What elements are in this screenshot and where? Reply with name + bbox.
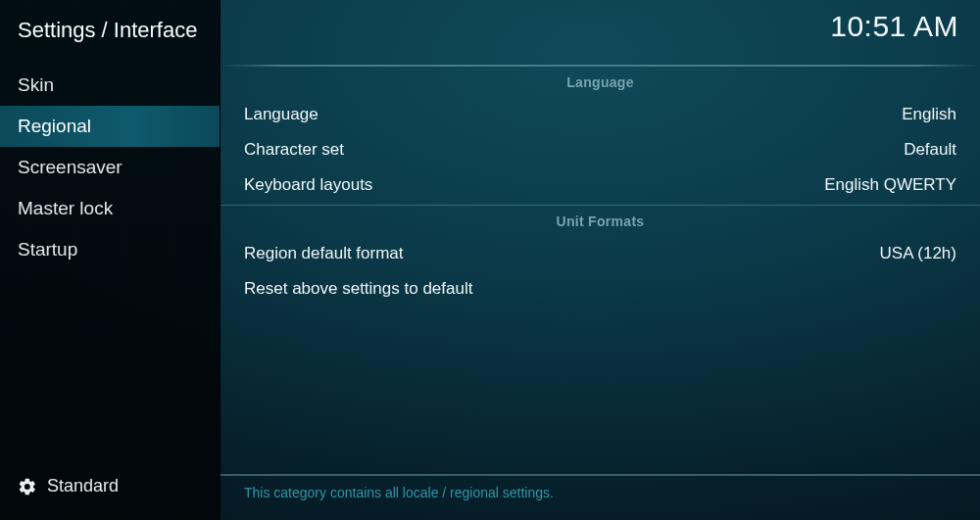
setting-label: Reset above settings to default — [244, 279, 472, 299]
sidebar-item-skin[interactable]: Skin — [0, 65, 220, 106]
setting-value: Default — [904, 140, 956, 160]
settings-level-button[interactable]: Standard — [0, 462, 220, 520]
setting-value: English QWERTY — [824, 175, 956, 195]
setting-row-region-default-format[interactable]: Region default format USA (12h) — [220, 236, 980, 271]
sidebar-item-startup[interactable]: Startup — [0, 229, 220, 270]
setting-label: Region default format — [244, 244, 404, 263]
sidebar: Settings / Interface Skin Regional Scree… — [0, 0, 220, 520]
section-header-unit-formats: Unit Formats — [220, 206, 980, 236]
sidebar-item-screensaver[interactable]: Screensaver — [0, 147, 220, 188]
setting-row-keyboard-layouts[interactable]: Keyboard layouts English QWERTY — [220, 167, 980, 203]
category-description: This category contains all locale / regi… — [220, 474, 980, 520]
setting-value: USA (12h) — [880, 244, 956, 263]
setting-label: Language — [244, 105, 318, 124]
setting-label: Keyboard layouts — [244, 175, 372, 195]
app-window: Settings / Interface Skin Regional Scree… — [0, 0, 980, 520]
settings-level-label: Standard — [47, 476, 119, 496]
setting-row-language[interactable]: Language English — [220, 97, 980, 132]
settings-content: Language Language English Character set … — [220, 65, 980, 474]
sidebar-item-master-lock[interactable]: Master lock — [0, 188, 220, 229]
header: 10:51 AM — [220, 0, 980, 65]
sidebar-items: Skin Regional Screensaver Master lock St… — [0, 65, 220, 462]
setting-value: English — [902, 105, 956, 124]
sidebar-item-regional[interactable]: Regional — [0, 106, 220, 147]
breadcrumb: Settings / Interface — [0, 0, 220, 65]
clock: 10:51 AM — [830, 10, 958, 43]
setting-row-character-set[interactable]: Character set Default — [220, 132, 980, 167]
section-header-language: Language — [220, 67, 980, 97]
main-panel: 10:51 AM Language Language English Chara… — [220, 0, 980, 520]
category-description-text: This category contains all locale / regi… — [244, 485, 554, 500]
gear-icon — [18, 477, 37, 496]
setting-row-reset-defaults[interactable]: Reset above settings to default — [220, 271, 980, 307]
setting-label: Character set — [244, 140, 344, 160]
